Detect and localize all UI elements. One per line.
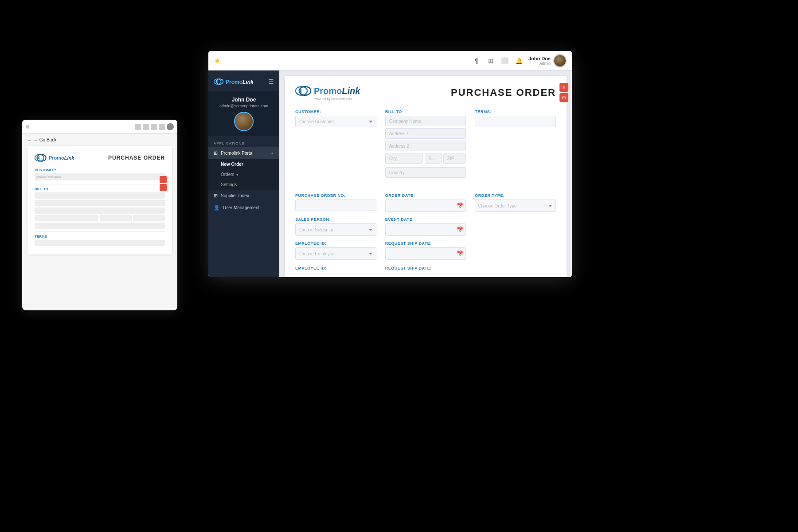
po-title: PURCHASE ORDER <box>451 87 556 98</box>
small-zip-input[interactable] <box>133 215 165 221</box>
sidebar-section-label: APPLICATIONS <box>208 137 279 147</box>
sidebar-user-avatar <box>234 112 254 131</box>
bill-to-state[interactable] <box>425 153 442 164</box>
small-screenshot: ← ← Go Back PromoLink PURCHASE ORDER <box>22 120 177 310</box>
small-content-card: PromoLink PURCHASE ORDER CUSTOMER: Choos… <box>27 146 172 254</box>
sidebar-item-promolink-portal[interactable]: ⊞ Promolink Portal ▲ <box>208 147 279 159</box>
sidebar-user-section: John Doe admin@screenprinters.com <box>208 91 279 137</box>
event-date-input[interactable] <box>385 223 466 236</box>
order-type-field: ORDER TYPE: Choose Order Type <box>475 193 556 212</box>
request-ship-date-input[interactable] <box>385 247 466 260</box>
small-go-back[interactable]: ← ← Go Back <box>22 134 177 146</box>
po-red-btn-2[interactable]: ⊙ <box>559 93 568 102</box>
employee-id-select[interactable]: Choose Employee <box>295 247 376 260</box>
order-date-calendar-icon[interactable]: 📅 <box>457 203 463 209</box>
small-address2-input[interactable] <box>35 207 165 214</box>
event-date-calendar-icon[interactable]: 📅 <box>457 227 463 233</box>
small-logo-text: PromoLink <box>49 155 74 160</box>
small-terms-section: TERMS <box>35 231 165 246</box>
small-topbar-icon-3 <box>151 124 157 130</box>
small-city-state-zip-row <box>35 215 165 221</box>
small-address1-input[interactable] <box>35 200 165 206</box>
event-date-field: EVENT DATE: 📅 <box>385 217 466 236</box>
bill-to-address2[interactable] <box>385 141 466 151</box>
employee-id-label-2: EMPLOYEE ID: <box>295 266 376 270</box>
order-date-input-wrapper: 📅 <box>385 200 466 212</box>
small-country-input[interactable] <box>35 223 165 229</box>
po-red-buttons: ✕ ⊙ <box>559 83 568 102</box>
topbar-copy-icon[interactable]: ⬜ <box>500 57 510 64</box>
small-customer-placeholder: Choose Customer <box>36 176 61 179</box>
topbar-bell-icon[interactable]: 🔔 <box>514 57 524 64</box>
sidebar-portal-icon: ⊞ <box>214 150 218 156</box>
bill-to-city[interactable] <box>385 153 423 164</box>
order-date-field: ORDER DATE: 📅 <box>385 193 466 212</box>
small-company-name-input[interactable] <box>35 192 165 199</box>
order-date-label: ORDER DATE: <box>385 193 466 198</box>
go-back-arrow: ← <box>27 137 32 142</box>
sidebar-supplier-icon: ⊞ <box>214 193 218 199</box>
small-terms-input[interactable] <box>35 240 165 246</box>
customer-column: CUSTOMER: Choose Customer <box>295 110 376 180</box>
sidebar-logo: PromoLink <box>214 77 254 86</box>
bill-to-country[interactable] <box>385 167 466 178</box>
small-red-btn-2[interactable] <box>160 184 167 191</box>
small-terms-label: TERMS <box>35 235 165 239</box>
bill-to-address1[interactable] <box>385 128 466 139</box>
empty-cell-2 <box>475 241 556 260</box>
sidebar-item-orders[interactable]: Orders ▼ <box>208 169 279 180</box>
terms-input[interactable] <box>475 116 556 127</box>
sales-person-select[interactable]: Choose Salesman <box>295 223 376 236</box>
topbar-user: John Doe Admin <box>528 54 567 67</box>
topbar-typography-icon[interactable]: ¶ <box>472 57 481 64</box>
sidebar-menu-icon[interactable]: ☰ <box>268 78 274 85</box>
po-number-input[interactable] <box>295 200 376 211</box>
bill-to-zip[interactable] <box>443 153 466 164</box>
po-number-field: PURCHASE ORDER NO: <box>295 193 376 212</box>
po-red-btn-1[interactable]: ✕ <box>559 83 568 92</box>
sales-person-field: SALES PERSON: Choose Salesman <box>295 217 376 236</box>
employee-id-field-2: EMPLOYEE ID: <box>295 266 376 272</box>
small-red-btn-1[interactable] <box>160 176 167 183</box>
sales-person-label: SALES PERSON: <box>295 217 376 222</box>
order-date-input[interactable] <box>385 200 466 212</box>
small-state-input[interactable] <box>100 215 132 221</box>
main-content: ✕ ⊙ PromoLink <box>279 70 572 277</box>
small-city-input[interactable] <box>35 215 98 221</box>
po-form-container: ✕ ⊙ PromoLink <box>285 76 567 277</box>
order-type-select[interactable]: Choose Order Type <box>475 200 556 212</box>
customer-select[interactable]: Choose Customer <box>295 116 376 127</box>
small-bill-to-label: BILL TO <box>35 184 165 191</box>
sidebar-orders-chevron: ▼ <box>235 173 239 177</box>
small-topbar <box>22 120 177 134</box>
bill-to-label: BILL TO <box>385 110 466 114</box>
topbar-grid-icon[interactable]: ⊞ <box>486 57 496 64</box>
bill-to-company-name[interactable] <box>385 116 466 126</box>
sidebar-user-name: John Doe <box>214 97 274 103</box>
small-logo: PromoLink <box>35 153 74 163</box>
sidebar-portal-label: Promolink Portal <box>221 151 253 156</box>
sidebar-logo-link: Link <box>243 79 254 85</box>
po-logo-link: Link <box>342 86 360 96</box>
sidebar-logo-text: PromoLink <box>226 78 254 86</box>
sidebar-orders-label: Orders <box>221 172 235 177</box>
sidebar-logo-icon <box>214 77 223 86</box>
sidebar-item-settings[interactable]: Settings <box>208 180 279 190</box>
request-ship-date-field-2: REQUEST SHIP DATE: <box>385 266 466 272</box>
po-logo-icon <box>295 85 311 97</box>
small-topbar-icon-2 <box>143 124 149 130</box>
po-logo-promo: Promo <box>314 86 342 96</box>
sidebar-item-supplier-index[interactable]: ⊞ Supplier Index <box>208 190 279 202</box>
request-ship-date-calendar-icon[interactable]: 📅 <box>457 250 463 257</box>
small-customer-input[interactable]: Choose Customer <box>35 173 165 180</box>
small-topbar-icon-4 <box>159 124 165 130</box>
event-date-label: EVENT DATE: <box>385 217 466 222</box>
po-bottom-grid: PURCHASE ORDER NO: ORDER DATE: 📅 <box>295 193 556 260</box>
request-ship-date-field: REQUEST SHIP DATE: 📅 <box>385 241 466 260</box>
sidebar-item-new-order[interactable]: New Order <box>208 159 279 169</box>
sidebar-item-user-management[interactable]: 👤 User Management <box>208 202 279 214</box>
topbar-avatar-image <box>554 55 566 66</box>
terms-label: TERMS: <box>475 110 556 114</box>
topbar-star-icon[interactable]: ★ <box>214 56 221 66</box>
main-screenshot: ★ ¶ ⊞ ⬜ 🔔 John Doe Admin <box>208 51 572 277</box>
